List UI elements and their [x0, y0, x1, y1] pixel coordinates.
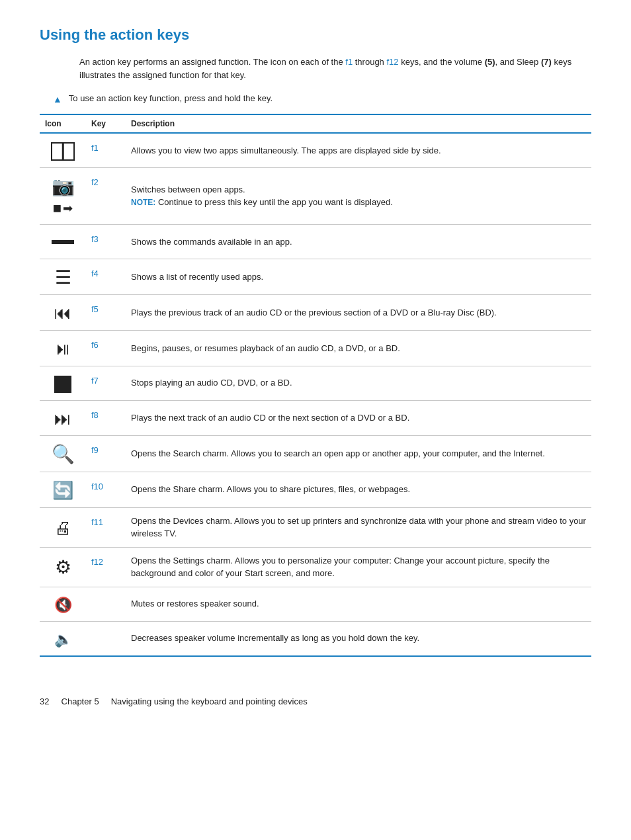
icon-devices: 🖨 [54, 517, 71, 537]
desc-text: Decreases speaker volume incrementally a… [131, 633, 419, 643]
table-row: f3Shows the commands available in an app… [40, 224, 591, 259]
action-keys-table: Icon Key Description f1Allows you to vie… [40, 114, 591, 657]
desc-text: Plays the next track of an audio CD or t… [131, 413, 409, 423]
description-cell: Opens the Devices charm. Allows you to s… [126, 507, 591, 547]
note-label: NOTE: [131, 198, 155, 207]
key-cell: f11 [86, 507, 126, 547]
icon-switch: 📷 [52, 175, 75, 197]
table-header-row: Icon Key Description [40, 114, 591, 133]
desc-text: Begins, pauses, or resumes playback of a… [131, 343, 400, 353]
table-row: ⚙f12Opens the Settings charm. Allows you… [40, 547, 591, 587]
chapter-label: Chapter 5 [62, 696, 99, 706]
desc-text: Shows the commands available in an app. [131, 237, 292, 247]
table-row: f7Stops playing an audio CD, DVD, or a B… [40, 366, 591, 400]
description-cell: Switches between open apps.NOTE: Continu… [126, 168, 591, 225]
icon-vol-down: 🔈 [54, 631, 72, 648]
key-cell: f8 [86, 400, 126, 436]
desc-text: Opens the Devices charm. Allows you to s… [131, 516, 586, 539]
description-cell: Plays the next track of an audio CD or t… [126, 400, 591, 436]
icon-split [51, 142, 75, 161]
icon-cell [40, 366, 86, 400]
icon-cell: ⏮ [40, 295, 86, 331]
description-cell: Stops playing an audio CD, DVD, or a BD. [126, 366, 591, 400]
f1-link[interactable]: f1 [345, 57, 353, 67]
key-cell: f6 [86, 331, 126, 366]
description-cell: Opens the Search charm. Allows you to se… [126, 436, 591, 472]
key-cell: f10 [86, 472, 126, 507]
table-row: ☰f4Shows a list of recently used apps. [40, 259, 591, 295]
icon-stop [54, 376, 71, 393]
key-cell: f12 [86, 547, 126, 587]
table-row: ⏯f6Begins, pauses, or resumes playback o… [40, 331, 591, 366]
desc-text: Opens the Search charm. Allows you to se… [131, 448, 545, 458]
table-row: ⏭f8Plays the next track of an audio CD o… [40, 400, 591, 436]
key-cell: f4 [86, 259, 126, 295]
note-text: Continue to press this key until the app… [158, 197, 393, 207]
icon-switch-arrow: ■➡ [53, 200, 73, 217]
description-cell: Shows the commands available in an app. [126, 224, 591, 259]
tip-icon: ▲ [53, 94, 62, 105]
desc-text: Allows you to view two apps simultaneous… [131, 146, 441, 155]
footer: 32 Chapter 5 Navigating using the keyboa… [40, 696, 591, 706]
chapter-title: Navigating using the keyboard and pointi… [111, 696, 308, 706]
col-header-icon: Icon [40, 114, 86, 133]
description-cell: Allows you to view two apps simultaneous… [126, 133, 591, 168]
table-row: 🔇Mutes or restores speaker sound. [40, 587, 591, 621]
key-cell: f9 [86, 436, 126, 472]
desc-text: Opens the Settings charm. Allows you to … [131, 556, 550, 579]
icon-playpause: ⏯ [54, 339, 71, 358]
description-cell: Mutes or restores speaker sound. [126, 587, 591, 621]
description-cell: Decreases speaker volume incrementally a… [126, 621, 591, 656]
tip-block: ▲ To use an action key function, press a… [53, 93, 591, 105]
icon-cell: 🔈 [40, 621, 86, 656]
icon-cell: 📷 ■➡ [40, 168, 86, 225]
page-number: 32 [40, 696, 49, 706]
icon-cell: ☰ [40, 259, 86, 295]
description-cell: Begins, pauses, or resumes playback of a… [126, 331, 591, 366]
key-cell: f1 [86, 133, 126, 168]
icon-cell [40, 224, 86, 259]
f12-link[interactable]: f12 [386, 57, 398, 67]
icon-bar [52, 240, 74, 244]
table-row: 🖨f11Opens the Devices charm. Allows you … [40, 507, 591, 547]
icon-cell: ⏯ [40, 331, 86, 366]
icon-cell: 🔍 [40, 436, 86, 472]
table-row: 📷 ■➡ f2Switches between open apps.NOTE: … [40, 168, 591, 225]
icon-settings: ⚙ [55, 557, 71, 577]
desc-text: Mutes or restores speaker sound. [131, 599, 259, 609]
icon-cell: ⏭ [40, 400, 86, 436]
desc-text: Switches between open apps. [131, 185, 245, 194]
icon-cell [40, 133, 86, 168]
description-cell: Shows a list of recently used apps. [126, 259, 591, 295]
description-cell: Plays the previous track of an audio CD … [126, 295, 591, 331]
col-header-description: Description [126, 114, 591, 133]
icon-mute: 🔇 [54, 597, 72, 613]
tip-text: To use an action key function, press and… [69, 93, 273, 103]
description-cell: Opens the Share charm. Allows you to sha… [126, 472, 591, 507]
icon-list: ☰ [55, 267, 71, 287]
intro-paragraph: An action key performs an assigned funct… [79, 56, 591, 81]
icon-prev: ⏮ [54, 303, 71, 323]
icon-cell: 🖨 [40, 507, 86, 547]
icon-search: 🔍 [52, 444, 75, 464]
page-title: Using the action keys [40, 26, 591, 44]
key-cell [86, 587, 126, 621]
desc-text: Shows a list of recently used apps. [131, 272, 263, 282]
desc-text: Opens the Share charm. Allows you to sha… [131, 484, 410, 494]
table-row: ⏮f5Plays the previous track of an audio … [40, 295, 591, 331]
icon-next: ⏭ [54, 408, 71, 428]
icon-cell: 🔄 [40, 472, 86, 507]
description-cell: Opens the Settings charm. Allows you to … [126, 547, 591, 587]
key-cell: f3 [86, 224, 126, 259]
table-row: 🔈Decreases speaker volume incrementally … [40, 621, 591, 656]
table-row: 🔍f9Opens the Search charm. Allows you to… [40, 436, 591, 472]
key-cell [86, 621, 126, 656]
key-cell: f7 [86, 366, 126, 400]
key-cell: f5 [86, 295, 126, 331]
desc-text: Stops playing an audio CD, DVD, or a BD. [131, 378, 292, 388]
desc-text: Plays the previous track of an audio CD … [131, 308, 497, 317]
table-row: f1Allows you to view two apps simultaneo… [40, 133, 591, 168]
icon-cell: 🔇 [40, 587, 86, 621]
icon-cell: ⚙ [40, 547, 86, 587]
col-header-key: Key [86, 114, 126, 133]
